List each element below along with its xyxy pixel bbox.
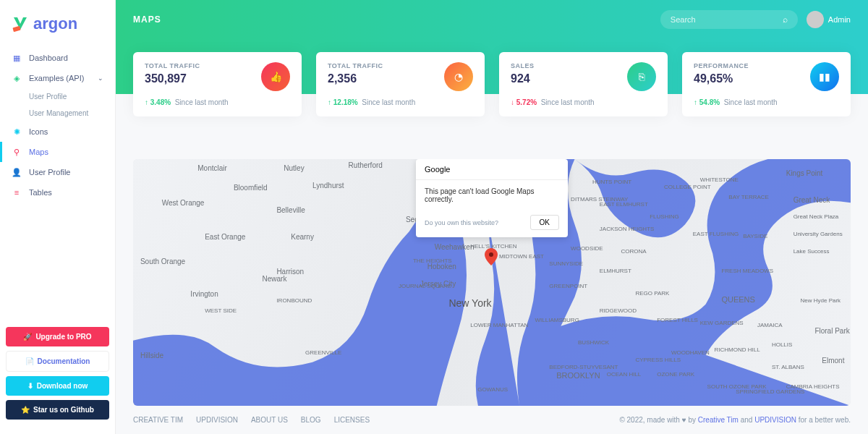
search-icon: ⌕ [783,14,788,25]
label-newyork: New York [448,297,491,309]
card-users: TOTAL TRAFFIC2,356◔ ↑ 12.18% Since last … [316,52,485,116]
nav-examples[interactable]: ◈Examples (API)⌄ [0,68,115,88]
arrow-up-icon: ↑ 54.8% [694,98,720,106]
nav-user-profile[interactable]: 👤User Profile [0,162,115,182]
card-sales: SALES924⎘ ↓ 5.72% Since last month [499,52,668,116]
arrow-up-icon: ↑ 3.48% [145,98,171,106]
atom-icon: ✺ [12,127,22,137]
nav: ▦Dashboard ◈Examples (API)⌄ User Profile… [0,48,115,321]
thumb-icon: 👍 [261,62,290,91]
brand-name: argon [33,14,77,33]
popup-message: This page can't load Google Maps correct… [416,180,568,210]
footer-ctim-link[interactable]: Creative Tim [698,416,739,424]
footer-link[interactable]: UPDIVISION [196,416,238,424]
user-menu[interactable]: Admin [807,11,851,28]
search-input[interactable] [671,15,783,24]
map-marker-icon [485,248,498,265]
page-title: MAPS [133,14,161,25]
rocket-icon: 🚀 [23,333,32,341]
download-button[interactable]: ⬇Download now [6,376,109,396]
footer-link[interactable]: LICENSES [334,416,370,424]
footer-link[interactable]: ABOUT US [251,416,288,424]
footer: CREATIVE TIM UPDIVISION ABOUT US BLOG LI… [116,406,868,434]
sidebar-buttons: 🚀Upgrade to PRO 📄Documentation ⬇Download… [0,321,115,425]
card-traffic: TOTAL TRAFFIC350,897👍 ↑ 3.48% Since last… [133,52,302,116]
nav-sub-user-profile[interactable]: User Profile [0,88,115,105]
nav-dashboard[interactable]: ▦Dashboard [0,48,115,68]
users-icon: ⎘ [627,62,656,91]
popup-link[interactable]: Do you own this website? [425,219,498,226]
nav-sub-user-management[interactable]: User Management [0,105,115,122]
nav-icons[interactable]: ✺Icons [0,122,115,142]
list-icon: ≡ [12,187,22,197]
docs-button[interactable]: 📄Documentation [6,351,109,372]
svg-point-1 [489,252,493,257]
logo-icon [12,15,29,33]
popup-title: Google [416,159,568,180]
pin-icon: ⚲ [12,147,22,157]
card-performance: PERFORMANCE49,65%▮▮ ↑ 54.8% Since last m… [682,52,851,116]
github-button[interactable]: ⭐Star us on Github [6,400,109,420]
arrow-down-icon: ↓ 5.72% [511,98,537,106]
download-icon: ⬇ [27,382,33,390]
header: MAPS ⌕ Admin TOTAL TRAFFIC350,897👍 ↑ 3.4… [116,0,868,94]
github-icon: ⭐ [21,406,30,414]
user-icon: 👤 [12,167,22,177]
popup-ok-button[interactable]: OK [530,215,559,230]
avatar [807,11,824,28]
nav-tables[interactable]: ≡Tables [0,182,115,203]
planet-icon: ◈ [12,73,22,83]
map[interactable]: New York Jersey City Newark BROOKLYN QUE… [133,159,851,406]
sidebar: argon ▦Dashboard ◈Examples (API)⌄ User P… [0,0,116,434]
tv-icon: ▦ [12,53,22,63]
search[interactable]: ⌕ [660,10,798,29]
footer-link[interactable]: CREATIVE TIM [133,416,183,424]
chart-icon: ▮▮ [810,62,839,91]
map-error-popup: Google This page can't load Google Maps … [416,159,568,237]
nav-maps[interactable]: ⚲Maps [0,142,115,162]
logo[interactable]: argon [0,9,115,48]
upgrade-button[interactable]: 🚀Upgrade to PRO [6,327,109,346]
footer-copyright: © 2022, made with ♥ by Creative Tim and … [619,416,851,424]
doc-icon: 📄 [25,357,34,365]
footer-link[interactable]: BLOG [301,416,321,424]
chevron-down-icon: ⌄ [98,75,103,82]
footer-upd-link[interactable]: UPDIVISION [754,416,796,424]
footer-links: CREATIVE TIM UPDIVISION ABOUT US BLOG LI… [133,416,370,424]
svg-rect-0 [12,26,20,32]
arrow-up-icon: ↑ 12.18% [328,98,358,106]
main: MAPS ⌕ Admin TOTAL TRAFFIC350,897👍 ↑ 3.4… [116,0,868,434]
pie-icon: ◔ [444,62,473,91]
stat-cards: TOTAL TRAFFIC350,897👍 ↑ 3.48% Since last… [133,52,851,116]
